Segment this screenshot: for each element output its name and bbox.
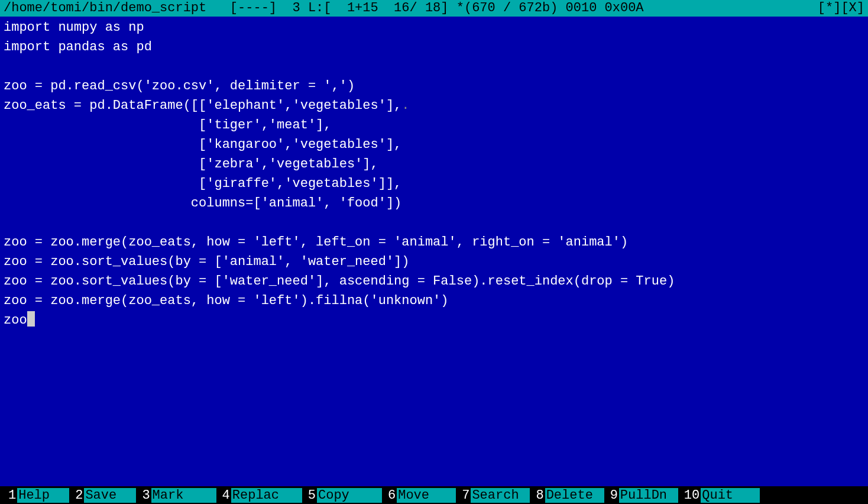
fn-label: PullDn [619,488,678,503]
titlebar-buttons[interactable]: [*][X] [818,0,864,17]
code-line[interactable] [4,57,864,76]
fn-label: Search [471,488,530,503]
code-line[interactable]: zoo = pd.read_csv('zoo.csv', delimiter =… [4,76,864,96]
fn-key-search[interactable]: 7Search [461,488,530,503]
fn-number: 3 [141,488,151,503]
fn-label: Move [397,488,456,503]
code-line[interactable]: zoo = zoo.merge(zoo_eats, how = 'left', … [4,232,864,252]
fn-key-move[interactable]: 6Move [387,488,456,503]
titlebar: /home/tomi/bin/demo_script [----] 3 L:[ … [0,0,868,17]
code-line[interactable]: columns=['animal', 'food']) [4,193,864,213]
code-line[interactable]: zoo = zoo.sort_values(by = ['animal', 'w… [4,252,864,272]
fn-number: 8 [535,488,545,503]
code-line[interactable]: ['kangaroo','vegetables'], [4,135,864,154]
fn-key-save[interactable]: 2Save [74,488,136,503]
fn-number: 4 [221,488,231,503]
fn-label: Copy [317,488,382,503]
code-line[interactable]: ['tiger','meat'], [4,115,864,135]
code-line[interactable]: zoo [4,311,864,330]
code-line[interactable]: zoo = zoo.sort_values(by = ['water_need'… [4,272,864,291]
fn-key-quit[interactable]: 10Quit [683,488,760,503]
function-key-bar: 1Help2Save3Mark4Replac5Copy6Move7Search8… [0,486,868,504]
fn-number: 10 [683,488,701,503]
fn-key-copy[interactable]: 5Copy [307,488,382,503]
fn-key-pulldn[interactable]: 9PullDn [609,488,678,503]
code-line[interactable]: ['giraffe','vegetables']], [4,174,864,193]
file-path-status: /home/tomi/bin/demo_script [----] 3 L:[ … [4,0,644,17]
text-cursor [27,311,35,327]
fn-label: Delete [545,488,604,503]
fn-number: 9 [609,488,619,503]
fn-key-help[interactable]: 1Help [7,488,69,503]
fn-label: Mark [151,488,216,503]
fn-number: 7 [461,488,471,503]
fn-key-delete[interactable]: 8Delete [535,488,604,503]
fn-label: Help [17,488,69,503]
code-line[interactable]: zoo_eats = pd.DataFrame([['elephant','ve… [4,96,864,115]
eol-marker: . [401,98,409,113]
fn-label: Replac [231,488,302,503]
fn-label: Save [84,488,136,503]
fn-key-replac[interactable]: 4Replac [221,488,302,503]
fn-number: 5 [307,488,317,503]
fn-number: 6 [387,488,397,503]
fn-number: 1 [7,488,17,503]
code-line[interactable]: import pandas as pd [4,37,864,57]
editor-area[interactable]: import numpy as npimport pandas as pd zo… [0,17,868,331]
fn-number: 2 [74,488,84,503]
code-line[interactable] [4,213,864,232]
code-line[interactable]: zoo = zoo.merge(zoo_eats, how = 'left').… [4,291,864,311]
fn-label: Quit [701,488,760,503]
fn-key-mark[interactable]: 3Mark [141,488,216,503]
code-line[interactable]: import numpy as np [4,18,864,37]
code-line[interactable]: ['zebra','vegetables'], [4,154,864,174]
